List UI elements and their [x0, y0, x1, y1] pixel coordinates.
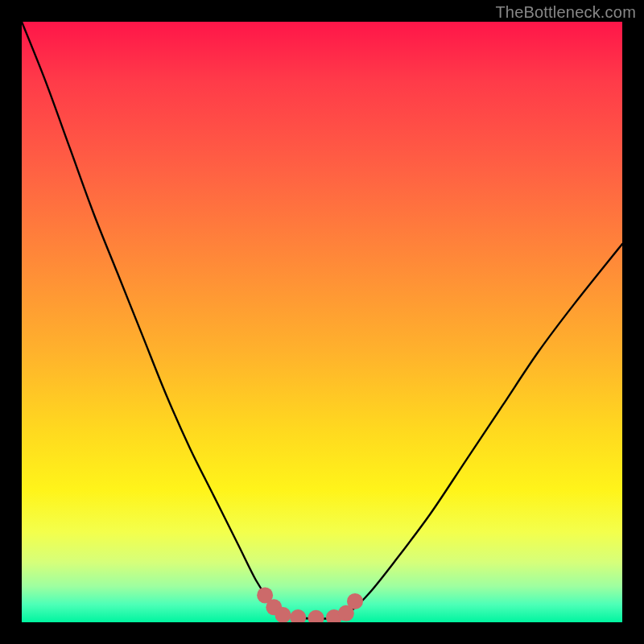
marker-dot	[257, 587, 273, 603]
marker-dot	[266, 599, 282, 615]
marker-dot	[275, 607, 291, 622]
marker-dot	[326, 609, 342, 622]
marker-dot	[338, 605, 354, 621]
marker-dot	[308, 610, 324, 622]
bottom-markers	[257, 587, 363, 622]
chart-frame: TheBottleneck.com	[0, 0, 644, 644]
watermark-text: TheBottleneck.com	[495, 3, 636, 22]
bottleneck-curve	[22, 22, 622, 619]
marker-dot	[347, 593, 363, 609]
curve-layer	[22, 22, 622, 622]
plot-area	[22, 22, 622, 622]
marker-dot	[290, 609, 306, 622]
